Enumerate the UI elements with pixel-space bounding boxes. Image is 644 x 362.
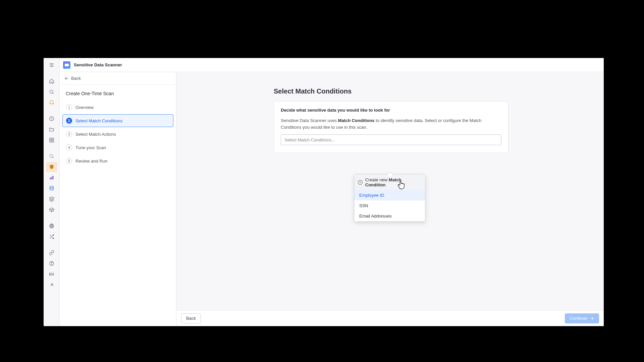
user-initials-badge[interactable]: EH	[46, 269, 57, 279]
svg-rect-7	[52, 138, 54, 140]
svg-point-3	[50, 90, 53, 93]
svg-line-11	[53, 157, 54, 158]
match-conditions-select[interactable]: Select Match Conditions...	[281, 134, 501, 145]
app-body: Sensitive Data Scanner Back Create One-T…	[60, 58, 604, 326]
step-label: Review and Run	[75, 159, 107, 164]
back-label: Back	[71, 76, 81, 81]
continue-button[interactable]: Continue	[565, 313, 599, 323]
svg-line-20	[50, 235, 51, 236]
side-panel: Back Create One-Time Scan 1 Overview 2 S…	[60, 72, 176, 326]
layers-icon[interactable]	[46, 194, 57, 204]
arrow-left-icon	[64, 76, 69, 81]
create-new-pre: Create new	[365, 177, 389, 182]
folder-icon[interactable]	[46, 124, 57, 134]
step-label: Select Match Conditions	[75, 118, 122, 123]
shield-icon[interactable]	[46, 162, 57, 172]
select-placeholder: Select Match Conditions...	[284, 137, 335, 142]
link-icon[interactable]	[46, 248, 57, 258]
svg-rect-12	[50, 178, 51, 179]
card-description: Sensitive Data Scanner uses Match Condit…	[281, 117, 501, 130]
globe-icon[interactable]	[46, 221, 57, 231]
svg-point-22	[51, 264, 52, 265]
step-tune-your-scan[interactable]: 4 Tune your Scan	[62, 141, 173, 154]
step-label: Select Match Actions	[75, 132, 116, 137]
scan-search-icon[interactable]	[46, 151, 57, 161]
page-heading: Select Match Conditions	[274, 87, 508, 95]
step-number: 2	[66, 118, 72, 124]
desc-text-bold: Match Conditions	[338, 118, 375, 123]
svg-rect-14	[52, 176, 53, 180]
content-row: Back Create One-Time Scan 1 Overview 2 S…	[60, 72, 604, 326]
hamburger-icon[interactable]	[46, 60, 57, 70]
svg-marker-16	[49, 197, 54, 199]
continue-button-label: Continue	[570, 316, 587, 321]
app-logo-icon	[63, 61, 70, 69]
desc-text-pre: Sensitive Data Scanner uses	[281, 118, 338, 123]
footer-bar: Back Continue	[176, 310, 604, 326]
step-label: Tune your Scan	[75, 145, 106, 150]
back-button[interactable]: Back	[181, 313, 201, 323]
step-select-match-actions[interactable]: 3 Select Match Actions	[62, 128, 173, 140]
form-area: Select Match Conditions Decide what sens…	[274, 87, 508, 153]
step-overview[interactable]: 1 Overview	[62, 101, 173, 114]
svg-line-4	[53, 93, 54, 94]
dropdown-option-employee-id[interactable]: Employee ID	[355, 190, 425, 200]
grid-icon[interactable]	[46, 135, 57, 145]
database-icon[interactable]	[46, 183, 57, 193]
svg-rect-6	[50, 138, 51, 140]
app-title: Sensitive Data Scanner	[74, 62, 122, 67]
arrow-right-icon	[589, 316, 594, 321]
card: Decide what sensitive data you would lik…	[274, 101, 508, 153]
svg-point-10	[50, 155, 53, 158]
match-condition-dropdown: + Create new Match Condition Employee ID…	[354, 174, 425, 222]
svg-point-15	[50, 186, 53, 187]
svg-rect-13	[51, 177, 52, 179]
app-window: EH Sensitive Data Scanner Back Create On…	[44, 58, 604, 326]
svg-rect-9	[52, 140, 54, 142]
step-number: 3	[66, 131, 72, 137]
home-icon[interactable]	[46, 76, 57, 86]
dropdown-option-ssn[interactable]: SSN	[355, 200, 425, 211]
bell-icon[interactable]	[46, 98, 57, 108]
card-subtitle: Decide what sensitive data you would lik…	[281, 108, 501, 113]
cube-icon[interactable]	[46, 205, 57, 215]
main-canvas: Select Match Conditions Decide what sens…	[176, 72, 604, 326]
step-label: Overview	[75, 105, 94, 110]
dropdown-option-email-addresses[interactable]: Email Addresses	[355, 211, 425, 221]
search-icon[interactable]	[46, 87, 57, 97]
clock-icon[interactable]	[46, 114, 57, 124]
step-review-and-run[interactable]: 5 Review and Run	[62, 155, 173, 167]
shuffle-icon[interactable]	[46, 232, 57, 242]
step-select-match-conditions[interactable]: 2 Select Match Conditions	[62, 114, 173, 127]
create-new-label: Create new Match Condition	[365, 177, 422, 187]
nav-rail: EH	[44, 58, 60, 326]
create-new-match-condition[interactable]: + Create new Match Condition	[355, 175, 425, 190]
external-link-icon[interactable]	[46, 280, 57, 290]
bar-chart-icon[interactable]	[46, 173, 57, 183]
step-number: 1	[66, 104, 72, 110]
step-number: 4	[66, 144, 72, 150]
svg-rect-8	[50, 140, 51, 142]
help-icon[interactable]	[46, 258, 57, 268]
panel-title: Create One-Time Scan	[60, 85, 176, 100]
back-button-label: Back	[186, 316, 196, 321]
step-number: 5	[66, 158, 72, 164]
back-link[interactable]: Back	[60, 72, 176, 85]
steps-list: 1 Overview 2 Select Match Conditions 3 S…	[60, 100, 176, 168]
plus-circle-icon: +	[358, 180, 363, 185]
app-header: Sensitive Data Scanner	[60, 58, 604, 72]
